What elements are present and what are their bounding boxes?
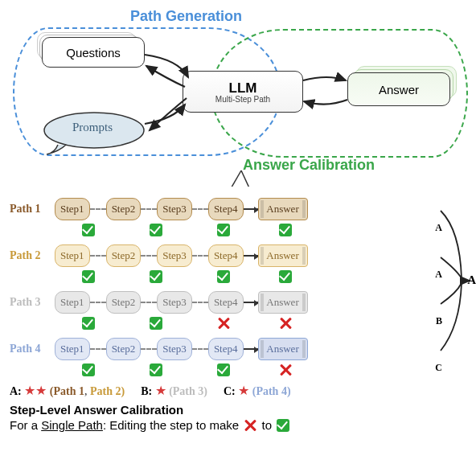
- vote-c-prefix: C:: [224, 385, 236, 397]
- path-4-step-1: Step1: [55, 338, 90, 360]
- connector: [141, 255, 157, 257]
- path-3-step-3: Step3: [157, 291, 192, 314]
- connector: [90, 348, 106, 350]
- star-icon: ★: [155, 384, 166, 397]
- connector: [141, 208, 157, 210]
- footer-prefix: For a: [10, 418, 41, 432]
- star-icon: ★: [35, 384, 47, 397]
- connector: [192, 208, 208, 210]
- arrow: [244, 348, 258, 350]
- path-2-answer: Answer: [258, 244, 308, 267]
- check-icon: [150, 270, 162, 283]
- path-3-step-1: Step1: [55, 291, 90, 314]
- check-icon: [217, 224, 230, 236]
- path-1-step-1: Step1: [55, 198, 90, 220]
- check-icon: [82, 224, 95, 236]
- path-3-step-4: Step4: [208, 291, 244, 314]
- arrow: [244, 255, 258, 257]
- paths-area: Path 1 Step1 Step2 Step3 Step4 Answer A …: [10, 198, 466, 434]
- check-icon: [82, 317, 95, 330]
- connector: [90, 208, 106, 210]
- check-icon: [217, 363, 230, 376]
- connector: [192, 302, 208, 303]
- path-4-answer: Answer: [258, 338, 308, 360]
- vote-a-prefix: A:: [10, 385, 22, 397]
- path-2-step-3: Step3: [157, 244, 192, 267]
- vote-c-paths: (Path 4): [252, 385, 291, 397]
- check-icon: [277, 419, 289, 432]
- path-4-label: Path 4: [10, 343, 55, 355]
- check-icon: [150, 317, 162, 330]
- check-icon: [82, 363, 95, 376]
- connector: [90, 255, 106, 257]
- check-icon: [217, 270, 230, 283]
- path-3-answer: Answer: [258, 291, 308, 314]
- path-2-label: Path 2: [10, 249, 55, 262]
- top-diagram: Path Generation Answer Calibration Quest…: [10, 10, 466, 195]
- arrow: [244, 208, 258, 210]
- footer-underline: Single Path: [41, 418, 103, 432]
- cross-icon: [279, 363, 292, 376]
- vote-summary: A: ★★ (Path 1, Path 2) B: ★ (Path 3) C: …: [10, 384, 466, 398]
- cross-icon: [244, 419, 256, 432]
- path-row-1: Path 1 Step1 Step2 Step3 Step4 Answer: [10, 198, 466, 220]
- path-row-3: Path 3 Step1 Step2 Step3 Step4 Answer: [10, 291, 466, 314]
- path-3-marks: [55, 317, 466, 330]
- vote-c: C: ★ (Path 4): [224, 384, 291, 398]
- footer-sentence: For a Single Path: Editing the step to m…: [10, 418, 466, 434]
- connector: [192, 255, 208, 257]
- check-icon: [279, 224, 292, 236]
- final-vote-letter: A: [467, 273, 476, 287]
- check-icon: [150, 363, 162, 376]
- path-row-4: Path 4 Step1 Step2 Step3 Step4 Answer: [10, 338, 466, 360]
- connector: [90, 302, 106, 303]
- footer-title: Step-Level Answer Calibration: [10, 403, 466, 417]
- path-1-marks: [55, 224, 466, 236]
- connector: [141, 348, 157, 350]
- star-icon: ★: [238, 384, 249, 397]
- footer-to: to: [262, 418, 276, 432]
- path-1-step-3: Step3: [157, 198, 192, 220]
- vote-b-prefix: B:: [141, 385, 152, 397]
- top-arrows: [10, 10, 476, 187]
- path-2-step-2: Step2: [106, 244, 142, 267]
- path-1-label: Path 1: [10, 203, 55, 216]
- path-1-answer: Answer: [258, 198, 308, 220]
- connector: [141, 302, 157, 303]
- footer-mid: : Editing the step to make: [103, 418, 242, 432]
- vote-b-paths: (Path 3): [169, 385, 207, 397]
- path-row-2: Path 2 Step1 Step2 Step3 Step4 Answer: [10, 244, 466, 267]
- cross-icon: [279, 317, 292, 330]
- check-icon: [279, 270, 292, 283]
- path-2-marks: [55, 270, 466, 283]
- path-2-step-4: Step4: [208, 244, 244, 267]
- path-1-step-2: Step2: [106, 198, 142, 220]
- vote-b: B: ★ (Path 3): [141, 384, 207, 398]
- cross-icon: [217, 317, 230, 330]
- check-icon: [82, 270, 95, 283]
- path-4-step-4: Step4: [208, 338, 244, 360]
- path-2-step-1: Step1: [55, 244, 90, 267]
- arrow: [244, 302, 258, 303]
- check-icon: [150, 224, 162, 236]
- vote-a: A: ★★ (Path 1, Path 2): [10, 384, 125, 398]
- path-3-step-2: Step2: [106, 291, 142, 314]
- path-4-marks: [55, 363, 466, 376]
- connector: [192, 348, 208, 350]
- star-icon: ★: [24, 384, 35, 397]
- path-3-label: Path 3: [10, 296, 55, 309]
- path-1-step-4: Step4: [208, 198, 244, 220]
- path-4-step-3: Step3: [157, 338, 192, 360]
- path-4-step-2: Step2: [106, 338, 142, 360]
